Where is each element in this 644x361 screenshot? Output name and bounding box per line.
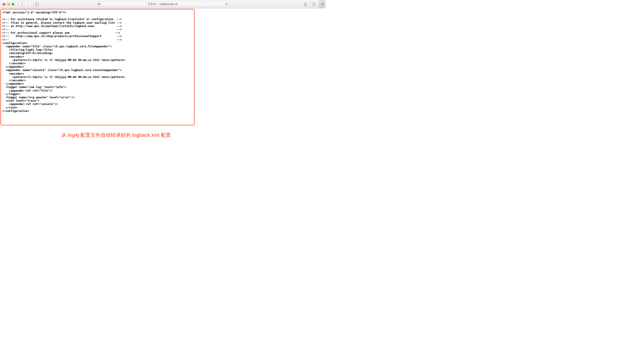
svg-rect-0	[35, 3, 38, 5]
svg-rect-6	[312, 3, 314, 5]
toolbar-right-controls	[300, 0, 324, 8]
logback-xml-output: <?xml version="1.0" encoding="UTF-8"?> <…	[0, 9, 194, 125]
sidebar-icon	[35, 3, 39, 5]
sidebar-toggle-button[interactable]	[34, 1, 40, 7]
tabs-icon	[312, 3, 316, 5]
close-window-button[interactable]	[3, 3, 5, 5]
reload-button[interactable]	[224, 3, 230, 5]
navigation-arrows	[19, 1, 31, 7]
forward-button[interactable]	[25, 1, 31, 7]
address-bar[interactable]: 不安全 — logback.qos.ch	[96, 1, 230, 7]
share-button[interactable]	[302, 1, 308, 7]
address-host: logback.qos.ch	[160, 2, 178, 5]
new-tab-button[interactable]	[319, 0, 326, 8]
annotation-caption: 从 log4j 配置文件自动转译好的 logback.xml 配置	[62, 132, 171, 138]
window-controls	[3, 3, 14, 5]
back-button[interactable]	[19, 1, 25, 7]
page-content: <?xml version="1.0" encoding="UTF-8"?> <…	[0, 8, 326, 182]
reload-icon	[225, 3, 228, 5]
share-icon	[304, 3, 306, 6]
reader-lines-icon	[98, 3, 100, 5]
chevron-left-icon	[21, 3, 23, 5]
browser-toolbar: 不安全 — logback.qos.ch	[0, 0, 326, 8]
insecure-label: 不安全 —	[148, 2, 160, 5]
maximize-window-button[interactable]	[12, 3, 14, 5]
reader-mode-button[interactable]	[96, 1, 102, 7]
address-bar-text: 不安全 — logback.qos.ch	[102, 2, 224, 6]
tabs-button[interactable]	[310, 1, 317, 7]
plus-icon	[321, 3, 324, 5]
minimize-window-button[interactable]	[7, 3, 10, 5]
chevron-right-icon	[27, 3, 29, 5]
